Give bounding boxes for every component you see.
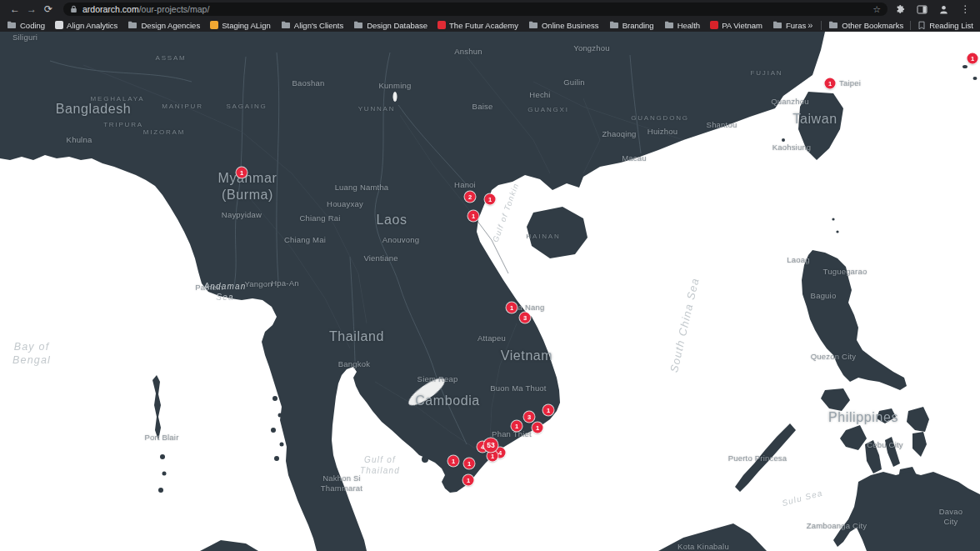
marker-cluster[interactable]: 1	[464, 458, 475, 469]
bookmark-design-agencies[interactable]: Design Agencies	[128, 21, 200, 30]
browser-toolbar: ← → ⟳ ardorarch.com/our-projects/map/ ☆ …	[0, 0, 980, 18]
favicon	[438, 21, 446, 29]
map-marker-layer: 12111313114415311111	[0, 32, 980, 551]
bookmark-coding[interactable]: Coding	[7, 21, 45, 30]
bookmarks-right-group: » Other Bookmarks Reading List	[806, 20, 973, 30]
marker-cluster[interactable]: 53	[484, 438, 498, 453]
profile-icon[interactable]	[938, 3, 950, 16]
folder-icon	[528, 21, 538, 29]
marker-cluster[interactable]: 1	[448, 456, 459, 467]
bookmarks-bar: CodingAlign AnalyticsDesign AgenciesStag…	[0, 18, 980, 32]
menu-icon[interactable]: ⋮	[959, 3, 972, 16]
bookmark-align-analytics[interactable]: Align Analytics	[55, 21, 118, 30]
bookmark-label: Design Agencies	[141, 21, 200, 30]
folder-icon	[281, 21, 291, 29]
bookmark-label: PA Vietnam	[722, 21, 762, 30]
bookmark-staging-align[interactable]: Staging ALign	[210, 21, 271, 30]
bookmark-star-icon[interactable]: ☆	[872, 5, 881, 14]
reading-list-button[interactable]: Reading List	[918, 21, 973, 30]
separator	[910, 21, 911, 30]
marker-cluster[interactable]: 1	[237, 168, 248, 178]
folder-icon	[7, 21, 17, 29]
bookmark-health[interactable]: Health	[664, 21, 700, 30]
folder-icon	[828, 21, 838, 29]
bookmark-label: Design Database	[367, 21, 428, 30]
favicon	[55, 21, 63, 29]
reading-list-icon	[918, 21, 926, 30]
marker-cluster[interactable]: 1	[968, 53, 978, 64]
reading-list-label: Reading List	[929, 21, 973, 30]
folder-icon	[353, 21, 363, 29]
favicon	[710, 21, 718, 29]
marker-cluster[interactable]: 1	[825, 78, 836, 89]
bookmark-label: Furas	[786, 21, 806, 30]
forward-button[interactable]: →	[23, 2, 40, 17]
address-bar[interactable]: ardorarch.com/our-projects/map/ ☆	[63, 3, 888, 16]
bookmark-label: Align's Clients	[294, 21, 343, 30]
bookmark-label: Health	[678, 21, 700, 30]
bookmark-furas[interactable]: Furas	[772, 21, 806, 30]
reload-button[interactable]: ⟳	[40, 2, 57, 17]
marker-cluster[interactable]: 1	[512, 421, 522, 432]
bookmark-pa-vietnam[interactable]: PA Vietnam	[710, 21, 762, 30]
bookmarks-overflow-chevron[interactable]: »	[806, 20, 814, 30]
folder-icon	[772, 21, 782, 29]
extensions-icon[interactable]	[894, 3, 907, 16]
url-path: /our-projects/map/	[139, 4, 210, 14]
bookmark-design-database[interactable]: Design Database	[353, 21, 428, 30]
folder-icon	[609, 21, 619, 29]
lock-icon	[70, 5, 78, 13]
bookmark-align-s-clients[interactable]: Align's Clients	[281, 21, 343, 30]
marker-cluster[interactable]: 3	[520, 313, 531, 323]
separator	[821, 21, 822, 30]
marker-cluster[interactable]: 1	[468, 211, 479, 222]
bookmark-label: Align Analytics	[67, 21, 118, 30]
marker-cluster[interactable]: 1	[485, 194, 496, 205]
marker-cluster[interactable]: 1	[532, 423, 543, 433]
marker-cluster[interactable]: 1	[507, 303, 518, 313]
favicon	[210, 21, 218, 29]
marker-cluster[interactable]: 1	[488, 451, 498, 462]
bookmark-branding[interactable]: Branding	[609, 21, 654, 30]
bookmark-label: Branding	[622, 21, 654, 30]
folder-icon	[128, 21, 138, 29]
browser-chrome: ← → ⟳ ardorarch.com/our-projects/map/ ☆ …	[0, 0, 980, 32]
map-canvas[interactable]: BangladeshMyanmar (Burma)ThailandLaosVie…	[0, 32, 980, 551]
bookmark-the-futur-academy[interactable]: The Futur Academy	[438, 21, 518, 30]
marker-cluster[interactable]: 2	[465, 192, 476, 203]
bookmark-label: Coding	[20, 21, 45, 30]
bookmark-online-business[interactable]: Online Business	[528, 21, 599, 30]
back-button[interactable]: ←	[7, 2, 23, 17]
bookmark-label: The Futur Academy	[449, 21, 518, 30]
folder-icon	[664, 21, 674, 29]
marker-cluster[interactable]: 1	[463, 475, 474, 486]
bookmarks-items: CodingAlign AnalyticsDesign AgenciesStag…	[7, 21, 806, 30]
marker-cluster[interactable]: 1	[543, 405, 554, 416]
url-host: ardorarch.com	[82, 4, 139, 14]
marker-cluster[interactable]: 3	[524, 412, 535, 423]
sidebar-icon[interactable]	[916, 3, 928, 16]
other-bookmarks-folder[interactable]: Other Bookmarks	[828, 21, 903, 30]
bookmark-label: Online Business	[542, 21, 599, 30]
other-bookmarks-label: Other Bookmarks	[842, 21, 903, 30]
bookmark-label: Staging ALign	[222, 21, 271, 30]
